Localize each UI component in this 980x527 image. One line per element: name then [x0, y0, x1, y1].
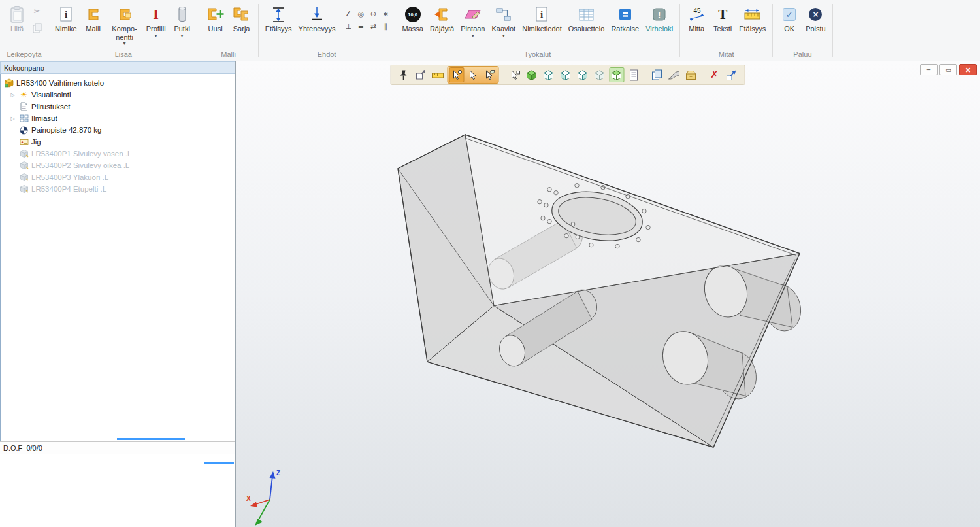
coincidence-icon	[310, 4, 324, 25]
part-icon	[19, 173, 29, 182]
ok-button[interactable]: ✓ OK	[776, 3, 802, 35]
cut-icon[interactable]: ✂	[31, 5, 43, 17]
tree-item-part2[interactable]: LR53400P2 Sivulevy oikea .L	[1, 160, 235, 171]
tree-label: LR53400P3 Yläkuori .L	[31, 173, 108, 181]
yhtenevyys-button[interactable]: Yhtenevyys	[295, 3, 339, 35]
select-edge-cursor-icon[interactable]	[465, 67, 480, 82]
minimize-button[interactable]: ─	[920, 64, 938, 75]
tree-item-root[interactable]: LR53400 Vaihtimen kotelo	[1, 77, 235, 89]
shaded-cube-icon[interactable]	[524, 67, 539, 82]
nimike-button[interactable]: i Nimike	[52, 3, 80, 35]
paste-button[interactable]: Liitä	[4, 3, 30, 35]
clipboard-minibuttons: ✂	[30, 3, 44, 37]
komponentti-dropdown-icon[interactable]: ▾	[123, 41, 126, 46]
assembly-tree[interactable]: LR53400 Vaihtimen kotelo ▷ ☀ Visualisoin…	[0, 74, 235, 441]
virheloki-button[interactable]: ! Virheloki	[642, 3, 676, 35]
dof-statusbar: D.O.F 0/0/0	[0, 441, 235, 454]
group-label-tools: Työkalut	[396, 50, 679, 61]
restore-button[interactable]: ▭	[939, 64, 957, 75]
putki-dropdown-icon[interactable]: ▾	[181, 33, 184, 39]
group-divider	[679, 4, 680, 57]
etaisyys-measure-label: Etäisyys	[739, 25, 766, 33]
perpendicular-constraint-icon[interactable]: ⊥	[342, 20, 354, 32]
tree-item-part3[interactable]: LR53400P3 Yläkuori .L	[1, 171, 235, 183]
knurl-constraint-icon[interactable]: ∗	[380, 8, 391, 20]
group-divider	[199, 4, 199, 57]
concentric-constraint-icon[interactable]: ◎	[355, 8, 367, 20]
export-arrow-icon[interactable]	[724, 67, 739, 82]
profiili-dropdown-icon[interactable]: ▾	[155, 33, 157, 39]
left-face-cube-icon[interactable]	[558, 67, 573, 82]
close-button[interactable]: ×	[959, 64, 977, 75]
nimiketiedot-button[interactable]: i Nimiketiedot	[519, 3, 565, 35]
tree-label: Visualisointi	[31, 91, 71, 99]
assembly-tree-panel: Kokoonpano LR53400 Vaihtimen kotelo	[0, 61, 236, 527]
teksti-button[interactable]: T Teksti	[710, 3, 736, 35]
parallel-constraint-icon[interactable]: ∥	[380, 20, 391, 32]
new-model-icon	[206, 4, 224, 25]
kaaviot-dropdown-icon[interactable]: ▾	[502, 33, 505, 39]
solve-icon	[618, 4, 632, 25]
model-buttons: Uusi Sarja	[200, 0, 257, 50]
pin-icon[interactable]	[396, 67, 411, 82]
kaaviot-button[interactable]: Kaaviot ▾	[488, 3, 519, 40]
pintaan-button[interactable]: Pintaan ▾	[457, 3, 488, 40]
mitta-button[interactable]: 45 Mitta	[683, 3, 710, 35]
sun-glyph: ☀	[20, 91, 27, 99]
check-glyph: ✓	[783, 8, 796, 21]
copy-icon[interactable]	[31, 22, 43, 34]
horizontal-scrollbar-thumb[interactable]	[117, 438, 185, 440]
parallel-lines-constraint-icon[interactable]: ≡	[355, 20, 367, 32]
t-glyph: T	[718, 8, 727, 22]
wireframe-cube-icon[interactable]	[541, 67, 556, 82]
tree-item-ilmiasut[interactable]: ▷ Ilmiasut	[1, 112, 235, 124]
right-face-cube-icon[interactable]	[575, 67, 590, 82]
angle-constraint-icon[interactable]: ∠	[342, 8, 354, 20]
group-label-dimensions: Mitat	[681, 50, 772, 61]
model-3d[interactable]	[236, 61, 980, 527]
tree-item-jig[interactable]: Jig	[1, 136, 235, 148]
application-window: Liitä ✂ Leikepöytä	[0, 0, 980, 527]
ratkaise-button[interactable]: Ratkaise	[608, 3, 642, 35]
tree-item-part4[interactable]: LR53400P4 Etupelti .L	[1, 183, 235, 195]
massa-button[interactable]: 10,0 Massa	[399, 3, 426, 35]
poistu-button[interactable]: × Poistu	[802, 3, 829, 35]
item-data-icon: i	[534, 4, 549, 25]
archive-drawer-icon[interactable]	[683, 67, 698, 82]
measure-icon[interactable]	[430, 67, 445, 82]
surface-icon[interactable]	[666, 67, 681, 82]
tree-item-visualisointi[interactable]: ▷ ☀ Visualisointi	[1, 89, 235, 101]
swap-constraint-icon[interactable]: ⇄	[367, 20, 379, 32]
profiili-button[interactable]: I Profiili ▾	[143, 3, 169, 40]
etaisyys-constraint-button[interactable]: Etäisyys	[262, 3, 295, 35]
pintaan-dropdown-icon[interactable]: ▾	[472, 33, 474, 39]
sarja-button[interactable]: Sarja	[229, 3, 255, 35]
tree-item-piirustukset[interactable]: Piirustukset	[1, 101, 235, 112]
select-cursor-icon[interactable]	[507, 67, 522, 82]
select-point-cursor-icon[interactable]	[449, 67, 464, 82]
komponentti-button[interactable]: Kompo-nentti ▾	[106, 3, 143, 48]
horizontal-scrollbar-thumb[interactable]	[204, 462, 234, 464]
tangent-constraint-icon[interactable]: ⊙	[367, 8, 379, 20]
copy-view-icon[interactable]	[649, 67, 664, 82]
malli-button[interactable]: Malli	[80, 3, 106, 35]
tree-item-part1[interactable]: LR53400P1 Sivulevy vasen .L	[1, 148, 235, 160]
ribbon-group-tools: 10,0 Massa Räjäytä	[396, 0, 679, 61]
tree-item-painopiste[interactable]: Painopiste 42.870 kg	[1, 124, 235, 136]
select-face-cursor-icon[interactable]	[482, 67, 497, 82]
osaluettelo-button[interactable]: Osaluettelo	[565, 3, 608, 35]
putki-button[interactable]: Putki ▾	[169, 3, 195, 40]
uusi-button[interactable]: Uusi	[203, 3, 229, 35]
ghost-cube-icon[interactable]	[592, 67, 607, 82]
viewport-3d[interactable]: ✗ ─ ▭ ×	[236, 61, 980, 527]
highlight-cube-icon[interactable]	[609, 67, 624, 82]
delete-icon[interactable]: ✗	[707, 67, 722, 82]
orbit-icon[interactable]	[413, 67, 428, 82]
z-axis-label: Z	[276, 469, 280, 477]
expander-icon[interactable]: ▷	[9, 92, 16, 98]
tree-label: Piirustukset	[31, 103, 70, 110]
rajayta-button[interactable]: Räjäytä	[427, 3, 457, 35]
expander-icon[interactable]: ▷	[9, 116, 16, 122]
etaisyys-measure-button[interactable]: Etäisyys	[736, 3, 769, 35]
notes-icon[interactable]	[626, 67, 641, 82]
